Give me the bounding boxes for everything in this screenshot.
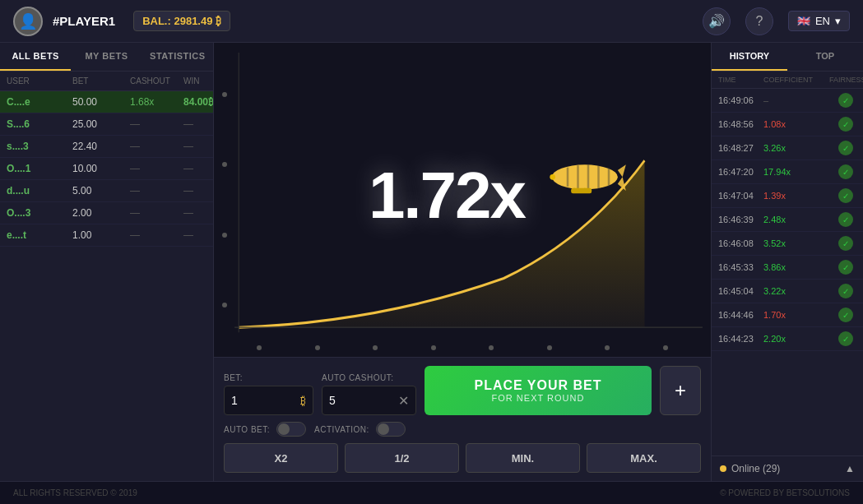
col-bet: BET bbox=[72, 76, 130, 86]
place-bet-button[interactable]: PLACE YOUR BET FOR NEXT ROUND bbox=[425, 366, 652, 415]
plus-button[interactable]: + bbox=[660, 366, 701, 415]
cashout-cell: 1.68x bbox=[130, 96, 183, 108]
tab-history[interactable]: HISTORY bbox=[712, 43, 787, 71]
table-row: S....6 25.00 — — bbox=[0, 113, 213, 136]
history-row: 16:44:23 2.20x ✓ bbox=[712, 327, 863, 351]
fair-cell: ✓ bbox=[829, 93, 862, 108]
coeff-cell: – bbox=[763, 95, 829, 105]
clear-icon[interactable]: ✕ bbox=[398, 393, 409, 409]
lang-label: EN bbox=[815, 15, 830, 27]
auto-bet-label: AUTO BET: bbox=[224, 425, 270, 434]
online-row[interactable]: Online (29) ▲ bbox=[712, 455, 863, 481]
svg-marker-11 bbox=[618, 164, 626, 177]
avatar: 👤 bbox=[13, 7, 43, 36]
activation-label: ACTIVATION: bbox=[314, 425, 369, 434]
history-tabs: HISTORY TOP bbox=[712, 43, 863, 72]
fair-cell: ✓ bbox=[829, 141, 862, 155]
blimp-icon bbox=[547, 162, 629, 203]
activation-toggle[interactable] bbox=[376, 422, 406, 437]
history-row: 16:44:46 1.70x ✓ bbox=[712, 303, 863, 327]
history-columns: TIME COEFFICIENT FAIRNESS bbox=[712, 72, 863, 89]
coeff-cell: 3.22x bbox=[763, 286, 829, 296]
bet-group: BET: ₿ bbox=[224, 373, 313, 415]
place-bet-sub: FOR NEXT ROUND bbox=[425, 393, 652, 404]
bets-rows: C....e 50.00 1.68x 84.00₿ S....6 25.00 —… bbox=[0, 91, 213, 247]
multiplier-display: 1.72x bbox=[369, 158, 525, 234]
bet-input-wrapper: ₿ bbox=[224, 386, 313, 415]
bottom-dot bbox=[547, 345, 552, 350]
col-coefficient: COEFFICIENT bbox=[763, 76, 829, 84]
activation-group: ACTIVATION: bbox=[314, 422, 406, 437]
win-cell: — bbox=[183, 185, 213, 197]
max-button[interactable]: MAX. bbox=[587, 443, 701, 473]
table-row: O....3 2.00 — — bbox=[0, 202, 213, 224]
coeff-cell: 1.08x bbox=[763, 119, 829, 129]
min-button[interactable]: MIN. bbox=[466, 443, 580, 473]
table-row: O....1 10.00 — — bbox=[0, 158, 213, 180]
time-cell: 16:48:56 bbox=[718, 119, 763, 129]
win-cell: — bbox=[183, 141, 213, 152]
auto-bet-toggle[interactable] bbox=[276, 422, 306, 437]
online-left: Online (29) bbox=[720, 463, 780, 474]
coeff-cell: 2.48x bbox=[763, 215, 829, 224]
half-button[interactable]: 1/2 bbox=[345, 443, 459, 473]
check-icon: ✓ bbox=[838, 212, 853, 227]
tab-my-bets[interactable]: MY BETS bbox=[71, 43, 142, 71]
time-cell: 16:46:08 bbox=[718, 238, 763, 248]
footer-right: © POWERED BY BETSOLUTIONS bbox=[720, 488, 850, 497]
bottom-dot bbox=[257, 345, 262, 350]
col-time: TIME bbox=[718, 76, 763, 84]
header-left: 👤 #PLAYER1 BAL.: 2981.49 ₿ bbox=[13, 7, 230, 36]
win-cell: — bbox=[183, 207, 213, 219]
footer: ALL RIGHTS RESERVED © 2019 © POWERED BY … bbox=[0, 481, 863, 504]
cashout-cell: — bbox=[130, 141, 183, 152]
controls-panel: BET: ₿ AUTO CASHOUT: ✕ PLACE YOUR BET FO bbox=[214, 357, 711, 481]
check-icon: ✓ bbox=[838, 284, 853, 298]
cashout-cell: — bbox=[130, 185, 183, 197]
user-cell: S....6 bbox=[7, 118, 72, 130]
side-dots bbox=[222, 43, 227, 357]
bottom-dot bbox=[315, 345, 320, 350]
check-icon: ✓ bbox=[838, 141, 853, 155]
bottom-dot bbox=[431, 345, 436, 350]
history-row: 16:48:27 3.26x ✓ bbox=[712, 136, 863, 160]
fair-cell: ✓ bbox=[829, 284, 862, 298]
collapse-icon: ▲ bbox=[845, 463, 855, 474]
fair-cell: ✓ bbox=[829, 331, 862, 346]
history-row: 16:48:56 1.08x ✓ bbox=[712, 113, 863, 136]
bet-label: BET: bbox=[224, 373, 313, 382]
bet-input[interactable] bbox=[231, 394, 297, 407]
username: #PLAYER1 bbox=[53, 14, 115, 28]
balance-badge: BAL.: 2981.49 ₿ bbox=[133, 11, 230, 31]
check-icon: ✓ bbox=[838, 260, 853, 275]
side-dot bbox=[222, 303, 227, 307]
history-row: 16:45:04 3.22x ✓ bbox=[712, 280, 863, 303]
tab-statistics[interactable]: STATISTICS bbox=[142, 43, 213, 71]
help-button[interactable]: ? bbox=[745, 7, 773, 35]
volume-button[interactable]: 🔊 bbox=[703, 7, 731, 35]
x2-button[interactable]: X2 bbox=[224, 443, 338, 473]
check-icon: ✓ bbox=[838, 331, 853, 346]
tab-all-bets[interactable]: ALL BETS bbox=[0, 43, 71, 71]
right-panel: HISTORY TOP TIME COEFFICIENT FAIRNESS 16… bbox=[711, 43, 863, 481]
language-button[interactable]: 🇬🇧 EN ▾ bbox=[788, 11, 850, 31]
check-icon: ✓ bbox=[838, 307, 853, 322]
cashout-cell: — bbox=[130, 207, 183, 219]
check-icon: ✓ bbox=[838, 236, 853, 251]
time-cell: 16:45:04 bbox=[718, 286, 763, 296]
coeff-cell: 3.86x bbox=[763, 262, 829, 272]
auto-cashout-input[interactable] bbox=[329, 394, 395, 407]
game-canvas: 1.72x bbox=[214, 43, 711, 357]
history-row: 16:49:06 – ✓ bbox=[712, 89, 863, 113]
history-row: 16:46:39 2.48x ✓ bbox=[712, 208, 863, 232]
user-cell: e....t bbox=[7, 229, 72, 241]
bottom-dot bbox=[373, 345, 378, 350]
tab-top[interactable]: TOP bbox=[787, 43, 863, 71]
table-row: C....e 50.00 1.68x 84.00₿ bbox=[0, 91, 213, 113]
win-cell: — bbox=[183, 229, 213, 241]
bet-cell: 25.00 bbox=[72, 118, 130, 130]
history-row: 16:46:08 3.52x ✓ bbox=[712, 232, 863, 256]
left-panel: ALL BETS MY BETS STATISTICS USER BET CAS… bbox=[0, 43, 214, 481]
controls-row2: AUTO BET: ACTIVATION: bbox=[224, 422, 701, 437]
time-cell: 16:45:33 bbox=[718, 262, 763, 272]
